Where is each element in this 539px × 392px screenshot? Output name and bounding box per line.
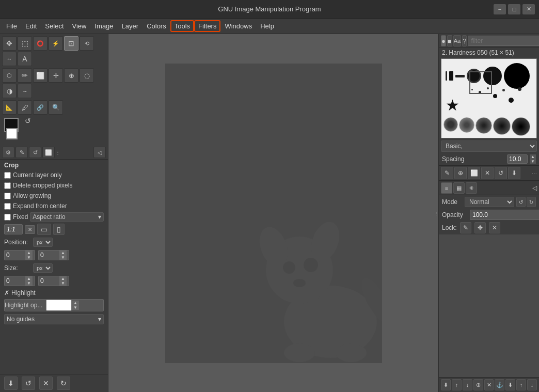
layer-to-image-size[interactable]: ⬇ <box>441 379 451 390</box>
measure-tool[interactable]: 📐 <box>2 100 17 115</box>
heal-tool[interactable]: ✛ <box>49 68 63 83</box>
lock-position-button[interactable]: ✥ <box>474 222 486 233</box>
add-layer-button[interactable]: ⊕ <box>473 379 483 390</box>
brush-xlarge[interactable] <box>504 63 530 89</box>
zoom-tool[interactable]: 🔍 <box>49 100 63 115</box>
new-brush-button[interactable]: ⬜ <box>468 167 480 179</box>
size-w-up[interactable]: ▲ <box>25 276 33 281</box>
transform-tool[interactable]: ⟲ <box>80 36 94 51</box>
size-h-input[interactable] <box>39 276 59 286</box>
merge-down-button[interactable]: ⬇ <box>505 379 515 390</box>
minimize-button[interactable]: − <box>494 4 506 14</box>
anchor-layer-button[interactable]: ⚓ <box>495 379 504 390</box>
delete-cropped-pixels-check[interactable] <box>4 182 11 189</box>
save-tool-preset[interactable]: ⬇ <box>4 377 18 390</box>
highlight-opacity-input[interactable] <box>46 300 72 311</box>
ratio-portrait-button[interactable]: ▭ <box>37 224 51 235</box>
pos-y-up[interactable]: ▲ <box>59 250 67 255</box>
import-brush-button[interactable]: ⬇ <box>508 167 520 179</box>
channels-tab[interactable]: ▦ <box>453 182 465 194</box>
raise-layer[interactable]: ↑ <box>452 379 462 390</box>
tool-options-restore[interactable]: ↺ <box>29 147 41 158</box>
size-unit-select[interactable]: px <box>33 263 53 273</box>
smudge-tool[interactable]: ~ <box>18 84 32 98</box>
delete-cropped-pixels-label[interactable]: Delete cropped pixels <box>4 182 72 189</box>
image-canvas[interactable] <box>165 64 382 363</box>
brush-tab-fonts[interactable]: Aa <box>453 35 461 46</box>
panel-collapse[interactable]: ◁ <box>93 147 106 158</box>
dodge-tool[interactable]: ◑ <box>2 84 17 98</box>
lock-pixels-button[interactable]: ✎ <box>460 222 471 233</box>
pos-y-down[interactable]: ▼ <box>59 255 67 260</box>
tool-options-delete[interactable]: ⬜ <box>42 147 55 158</box>
maximize-button[interactable]: □ <box>508 4 520 14</box>
delete-brush-button[interactable]: ✕ <box>481 167 494 179</box>
rect-select-tool[interactable]: ⬚ <box>18 36 32 51</box>
lock-alpha-button[interactable]: ✕ <box>489 222 500 233</box>
flip-tool[interactable]: ↔ <box>2 52 17 66</box>
create-tool-preset[interactable]: ↻ <box>57 377 70 390</box>
layer-down-btn2[interactable]: ↓ <box>527 379 537 390</box>
mode-prev[interactable]: ↺ <box>516 197 526 207</box>
spacing-down[interactable]: ▼ <box>530 159 536 164</box>
refresh-brush-button[interactable]: ↺ <box>495 167 507 179</box>
pos-x-down[interactable]: ▼ <box>25 255 33 260</box>
lower-layer[interactable]: ↓ <box>463 379 472 390</box>
layers-list[interactable] <box>439 234 539 377</box>
mode-select[interactable]: Normal <box>465 197 514 207</box>
tool-options-save[interactable]: ✎ <box>15 147 28 158</box>
brush-tab-help[interactable]: ? <box>462 35 467 46</box>
brush-tab-brushes[interactable]: ● <box>441 35 446 46</box>
pos-x-input[interactable] <box>5 250 25 260</box>
menu-help[interactable]: Help <box>256 20 278 32</box>
colorpick-tool[interactable]: 🖊 <box>18 100 32 115</box>
brush-preview-area[interactable]: ★ <box>441 58 537 138</box>
menu-view[interactable]: View <box>68 20 91 32</box>
aspect-ratio-dropdown[interactable]: Aspect ratio ▾ <box>30 212 104 222</box>
duplicate-brush-button[interactable]: ⊕ <box>454 167 467 179</box>
restore-defaults[interactable]: ↺ <box>22 377 35 390</box>
ratio-clear-button[interactable]: ✕ <box>25 225 35 234</box>
highlight-check-icon[interactable]: ✗ <box>4 289 9 296</box>
fill-tool[interactable]: ⬡ <box>2 68 17 83</box>
ratio-landscape-button[interactable]: ▯ <box>53 224 65 235</box>
clone-tool[interactable]: ⊕ <box>64 68 78 83</box>
paths-tab[interactable]: ⛯ <box>466 182 477 194</box>
canvas-area[interactable]: ⋮ <box>108 34 438 392</box>
move-tool[interactable]: ✥ <box>2 36 17 51</box>
opacity-layer-input[interactable] <box>470 210 539 219</box>
expand-from-center-check[interactable] <box>4 203 11 210</box>
text-tool[interactable]: A <box>18 52 32 66</box>
lasso-tool[interactable]: ⭕ <box>33 36 47 51</box>
menu-edit[interactable]: Edit <box>21 20 41 32</box>
layers-panel-collapse[interactable]: ◁ <box>532 184 537 192</box>
allow-growing-label[interactable]: Allow growing <box>4 192 51 199</box>
menu-windows[interactable]: Windows <box>220 20 256 32</box>
menu-layer[interactable]: Layer <box>118 20 143 32</box>
guides-dropdown[interactable]: No guides ▾ <box>4 314 104 324</box>
expand-from-center-label[interactable]: Expand from center <box>4 202 67 210</box>
fuzzy-select-tool[interactable]: ⚡ <box>49 36 63 51</box>
pos-x-up[interactable]: ▲ <box>25 250 33 255</box>
layer-up-btn2[interactable]: ↑ <box>516 379 526 390</box>
pencil-tool[interactable]: ✏ <box>18 68 32 83</box>
menu-colors[interactable]: Colors <box>142 20 170 32</box>
opacity-down[interactable]: ▼ <box>72 305 79 310</box>
pos-y-input[interactable] <box>39 250 59 260</box>
ratio-input[interactable] <box>4 224 23 234</box>
layers-tab[interactable]: ≡ <box>441 182 452 194</box>
paths-tool[interactable]: 🔗 <box>33 100 47 115</box>
allow-growing-check[interactable] <box>4 193 11 199</box>
close-button[interactable]: ✕ <box>522 4 535 14</box>
tool-reset-button[interactable]: ⚙ <box>2 147 14 158</box>
menu-select[interactable]: Select <box>41 20 68 32</box>
delete-tool-preset[interactable]: ✕ <box>39 377 53 390</box>
size-w-down[interactable]: ▼ <box>25 281 33 286</box>
eraser-tool[interactable]: ⬜ <box>33 68 47 83</box>
menu-tools[interactable]: Tools <box>170 20 194 32</box>
current-layer-only-label[interactable]: Current layer only <box>4 171 62 179</box>
spacing-input[interactable] <box>507 154 528 164</box>
background-color[interactable] <box>6 128 18 139</box>
spacing-up[interactable]: ▲ <box>530 154 536 159</box>
opacity-up[interactable]: ▲ <box>72 301 79 305</box>
